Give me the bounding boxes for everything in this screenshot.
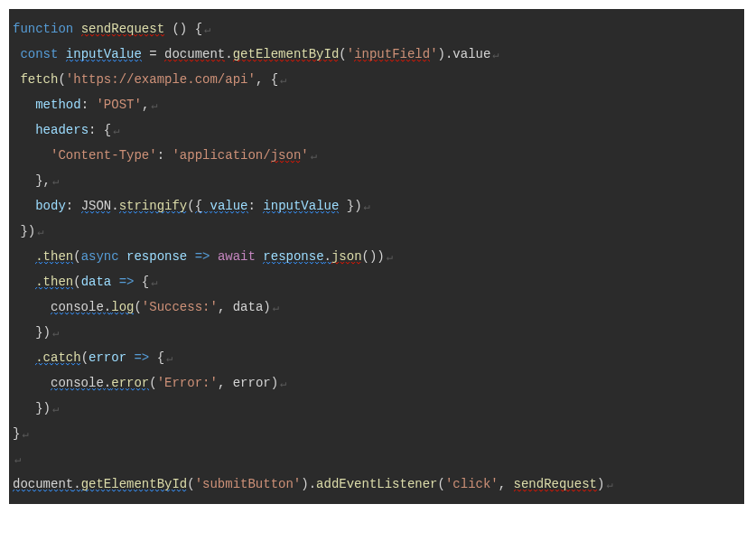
code-editor[interactable]: function sendRequest () {↵ const inputVa…: [9, 9, 744, 504]
code-line[interactable]: method: 'POST',↵: [13, 92, 741, 117]
code-token: :: [157, 148, 173, 163]
code-token: console: [51, 300, 104, 315]
code-token: sendRequest: [514, 477, 597, 492]
newline-icon: ↵: [490, 49, 499, 61]
code-line[interactable]: },↵: [13, 168, 741, 193]
code-token: 'Content-Type': [51, 148, 157, 163]
newline-icon: ↵: [604, 479, 612, 491]
code-line[interactable]: console.log('Success:', data)↵: [13, 294, 741, 320]
newline-icon: ↵: [51, 327, 59, 340]
code-line[interactable]: ↵: [13, 446, 741, 471]
code-token: () {: [164, 22, 202, 36]
code-token: sendRequest: [81, 22, 164, 37]
code-token: (: [187, 477, 194, 491]
code-token: error: [89, 350, 126, 365]
code-token: , {: [256, 72, 278, 87]
code-token: }): [339, 199, 361, 213]
code-token: stringify: [119, 199, 188, 214]
code-token: JSON: [81, 199, 112, 214]
code-token: ()): [362, 249, 385, 264]
newline-icon: ↵: [35, 226, 43, 238]
code-token: const: [20, 47, 65, 61]
code-token: await: [218, 249, 256, 264]
code-token: 'POST': [96, 98, 141, 112]
code-token: inputValue: [263, 199, 339, 214]
newline-icon: ↵: [202, 23, 210, 36]
code-token: addEventListener: [316, 477, 437, 491]
newline-icon: ↵: [278, 74, 286, 87]
code-line[interactable]: const inputValue = document.getElementBy…: [13, 42, 741, 67]
code-token: =>: [195, 249, 210, 264]
code-line[interactable]: .catch(error => {↵: [13, 345, 741, 370]
code-line[interactable]: })↵: [13, 219, 741, 244]
code-token: fetch: [20, 72, 58, 87]
newline-icon: ↵: [271, 302, 279, 314]
code-token: [13, 199, 35, 213]
code-line[interactable]: })↵: [13, 320, 741, 345]
code-token: [13, 376, 51, 390]
code-token: 'submitButton': [195, 477, 302, 491]
newline-icon: ↵: [51, 403, 59, 415]
code-line[interactable]: fetch('https://example.com/api', {↵: [13, 67, 741, 92]
code-token: =: [142, 47, 164, 61]
code-token: 'https://example.com/api': [66, 72, 256, 87]
code-token: (: [73, 275, 80, 289]
code-token: :: [66, 199, 81, 213]
code-line[interactable]: .then(data => {↵: [13, 269, 741, 294]
code-token: (: [187, 199, 194, 213]
code-token: :: [81, 98, 97, 112]
code-token: [13, 249, 35, 264]
code-token: [13, 123, 35, 137]
code-token: error: [111, 376, 149, 391]
code-token: .: [225, 47, 232, 61]
code-token: (: [339, 47, 346, 61]
code-token: log: [111, 300, 134, 315]
code-token: .: [324, 249, 331, 265]
code-token: .then: [35, 249, 73, 265]
newline-icon: ↵: [309, 150, 317, 163]
code-line[interactable]: .then(async response => await response.j…: [13, 244, 741, 269]
code-token: document: [13, 477, 73, 492]
code-token: : {: [89, 123, 111, 137]
code-line[interactable]: function sendRequest () {↵: [13, 16, 741, 42]
code-token: json: [271, 148, 302, 163]
code-token: :: [248, 199, 264, 213]
newline-icon: ↵: [149, 99, 157, 112]
code-line[interactable]: 'Content-Type': 'application/json'↵: [13, 143, 741, 168]
code-line[interactable]: body: JSON.stringify({ value: inputValue…: [13, 193, 741, 219]
code-token: .: [73, 477, 80, 492]
code-token: }): [13, 401, 51, 415]
code-token: ': [347, 47, 354, 61]
code-line[interactable]: })↵: [13, 396, 741, 421]
code-token: [13, 148, 51, 163]
code-token: method: [35, 98, 80, 112]
code-line[interactable]: headers: {↵: [13, 117, 741, 143]
code-token: (: [73, 249, 80, 264]
code-token: (: [149, 376, 156, 390]
code-token: [210, 249, 218, 264]
code-line[interactable]: console.error('Error:', error)↵: [13, 370, 741, 396]
code-token: [13, 98, 35, 112]
code-token: [119, 249, 126, 264]
newline-icon: ↵: [20, 428, 28, 441]
code-token: (: [134, 300, 141, 314]
code-token: ': [301, 148, 308, 163]
code-token: [13, 275, 35, 289]
code-token: data: [81, 275, 112, 289]
newline-icon: ↵: [51, 175, 59, 188]
code-token: , data): [218, 300, 271, 314]
code-token: [13, 300, 51, 314]
code-token: 'application/: [172, 148, 270, 163]
newline-icon: ↵: [362, 201, 370, 213]
code-token: ,: [499, 477, 514, 491]
code-token: , error): [218, 376, 278, 390]
code-line[interactable]: }↵: [13, 421, 741, 446]
code-token: 'Error:': [157, 376, 218, 390]
code-token: getElementById: [233, 47, 340, 62]
code-token: console: [51, 376, 104, 391]
code-line[interactable]: document.getElementById('submitButton').…: [13, 471, 741, 497]
code-token: function: [13, 22, 81, 36]
code-token: [111, 275, 118, 289]
code-token: response: [263, 249, 323, 265]
newline-icon: ↵: [111, 125, 119, 137]
